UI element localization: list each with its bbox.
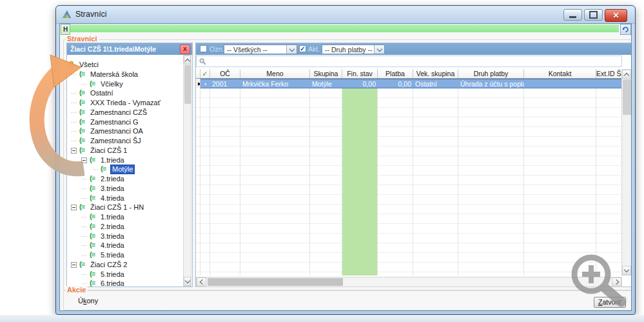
tree-item-v-etci[interactable]: Všetci	[67, 60, 183, 70]
fin-stav-highlight-column	[342, 88, 378, 276]
table-row[interactable]: ▶•2001Mrkvička FerkoMotýle0,000,00Ostatn…	[196, 79, 622, 88]
tree-item-5-trieda[interactable]: (≡5.trieda	[67, 270, 183, 279]
diners-panel: Ozn. -- Všetkých -- ✓ Akt. -- Druh platb…	[195, 43, 632, 287]
scroll-up-button[interactable]	[622, 70, 631, 79]
filter-bar: Ozn. -- Všetkých -- ✓ Akt. -- Druh platb…	[196, 43, 632, 55]
row-cell-marker: ▶	[196, 79, 200, 88]
akt-checkbox[interactable]: ✓	[299, 45, 306, 52]
tree-close-button[interactable]: X	[180, 45, 190, 54]
tree-item-label: 3.trieda	[99, 232, 126, 241]
minimize-button[interactable]	[563, 9, 582, 21]
table-search-row[interactable]	[196, 55, 622, 67]
chevron-down-icon[interactable]	[286, 45, 297, 54]
tree-connector	[72, 122, 77, 123]
titlebar[interactable]: Stravníci ✕	[56, 6, 635, 24]
tree-item-matersk-kola[interactable]: (≡Materská škola	[67, 70, 183, 79]
tree-item-zamestnanci-oa[interactable]: (≡Zamestnanci OA	[67, 126, 183, 136]
maximize-button[interactable]	[584, 9, 603, 21]
tree-item-label: Žiaci CZŠ 1	[89, 146, 128, 155]
zatvorit-button[interactable]: Zatvoriť	[594, 297, 626, 308]
tree-expander-icon[interactable]	[71, 205, 77, 210]
tree-item-label: Zamestnanci CZŠ	[89, 108, 148, 117]
tree-item-4-trieda[interactable]: (≡4.trieda	[67, 194, 183, 203]
tree-item--iaci-cz-1-hn[interactable]: (≡Žiaci CZŠ 1 - HN	[67, 203, 183, 212]
group-icon: (≡	[79, 98, 84, 106]
column-header-✓[interactable]: ✓	[200, 69, 210, 78]
tree-item-label: 4.trieda	[99, 241, 126, 250]
tree-item-zamestnanci-j[interactable]: (≡Zamestnanci ŠJ	[67, 136, 183, 146]
scroll-right-button[interactable]	[612, 277, 621, 287]
group-icon: (≡	[90, 222, 95, 230]
tree-item-4-trieda[interactable]: (≡4.trieda	[67, 241, 183, 250]
tree-expander-icon[interactable]	[71, 262, 77, 268]
group-icon: (≡	[90, 232, 95, 239]
table-grid	[196, 88, 622, 276]
tree-item-1-trieda[interactable]: (≡1.trieda	[67, 156, 183, 165]
table-vertical-scrollbar[interactable]	[621, 69, 632, 276]
chevron-down-icon[interactable]	[374, 45, 384, 54]
tree-item-1-trieda[interactable]: (≡1.trieda	[67, 212, 183, 222]
column-header-OČ[interactable]: OČ	[210, 69, 240, 78]
column-header-Ext.ID Šk[interactable]: Ext.ID Šk	[596, 69, 622, 78]
tree-connector	[82, 245, 88, 246]
oznacenie-dropdown[interactable]: -- Všetkých --	[224, 45, 297, 54]
tree-expander-icon[interactable]	[71, 148, 77, 154]
row-cell-Ext.ID Šk	[596, 79, 622, 88]
group-icon: (≡	[90, 270, 95, 277]
tab-h[interactable]: H	[61, 24, 70, 35]
scroll-thumb[interactable]	[623, 79, 632, 115]
actions-group-border	[63, 290, 632, 310]
tree-item-label: Žiaci CZŠ 2	[89, 261, 128, 269]
tree-connector	[82, 188, 88, 189]
tree-item-mot-le[interactable]: (≡Motýle	[67, 165, 183, 174]
tree-item--iaci-cz-2[interactable]: (≡Žiaci CZŠ 2	[67, 260, 183, 270]
grid-line	[342, 88, 342, 276]
table-horizontal-scrollbar[interactable]	[196, 277, 622, 287]
group-icon: (≡	[79, 70, 84, 77]
tree-item-2-trieda[interactable]: (≡2.trieda	[67, 222, 183, 232]
tree-connector	[82, 226, 88, 227]
close-button[interactable]: ✕	[605, 9, 627, 22]
column-header-Skupina[interactable]: Skupina	[310, 69, 342, 78]
scroll-down-button[interactable]	[184, 277, 191, 286]
scroll-left-button[interactable]	[197, 277, 206, 287]
tree-item-2-trieda[interactable]: (≡2.trieda	[67, 174, 183, 184]
app-window: Stravníci ✕ H Stravnici Žiaci CZŠ 1\1.tr…	[55, 5, 636, 315]
tree-panel: Žiaci CZŠ 1\1.trieda\Motýle X Všetci(≡Ma…	[66, 43, 193, 287]
druh-platby-dropdown[interactable]: -- Druh platby --	[322, 45, 385, 54]
scroll-thumb[interactable]	[208, 278, 343, 286]
tree-item-label: 4.trieda	[99, 194, 126, 203]
tree-item-5-trieda[interactable]: (≡5.trieda	[67, 250, 183, 260]
group-icon: (≡	[79, 260, 84, 268]
tree-expander-icon[interactable]	[81, 157, 87, 163]
search-icon	[199, 58, 206, 65]
page-bottom-band	[0, 315, 644, 322]
tree-item-zamestnanci-cz-[interactable]: (≡Zamestnanci CZŠ	[67, 108, 183, 117]
refresh-button[interactable]	[620, 24, 631, 35]
ozn-checkbox[interactable]	[200, 45, 207, 52]
group-icon: (≡	[79, 117, 84, 125]
grid-line	[377, 88, 378, 276]
tree-item-label: Zamestnanci G	[89, 118, 140, 126]
column-header-Kontakt[interactable]: Kontakt	[524, 69, 596, 78]
tree-item-3-trieda[interactable]: (≡3.trieda	[67, 232, 183, 241]
tree-item-ostatn-[interactable]: (≡Ostatní	[67, 88, 183, 98]
window-title: Stravníci	[75, 10, 107, 19]
tree-item-zamestnanci-g[interactable]: (≡Zamestnanci G	[67, 117, 183, 127]
tree-vertical-scrollbar[interactable]	[183, 55, 191, 287]
column-header-Vek. skupina[interactable]: Vek. skupina	[413, 69, 458, 78]
tree-connector	[82, 255, 88, 256]
column-header-Platba[interactable]: Platba	[378, 69, 413, 78]
scroll-thumb[interactable]	[184, 65, 191, 104]
tree-item-3-trieda[interactable]: (≡3.trieda	[67, 184, 183, 194]
ukony-button[interactable]: Úkony	[78, 297, 98, 305]
scroll-down-button[interactable]	[622, 266, 631, 275]
column-header-marker[interactable]	[196, 69, 200, 78]
column-header-Fin. stav[interactable]: Fin. stav	[342, 69, 378, 78]
tree-item--iaci-cz-1[interactable]: (≡Žiaci CZŠ 1	[67, 146, 183, 156]
column-header-Meno[interactable]: Meno	[240, 69, 310, 78]
tree-item-xxx-trieda-vymaza-[interactable]: (≡XXX Trieda - Vymazať	[67, 98, 183, 108]
scroll-up-button[interactable]	[184, 55, 191, 65]
tree-item-v-ielky[interactable]: (≡Včielky	[67, 79, 183, 89]
column-header-Druh platby[interactable]: Druh platby	[458, 69, 524, 78]
